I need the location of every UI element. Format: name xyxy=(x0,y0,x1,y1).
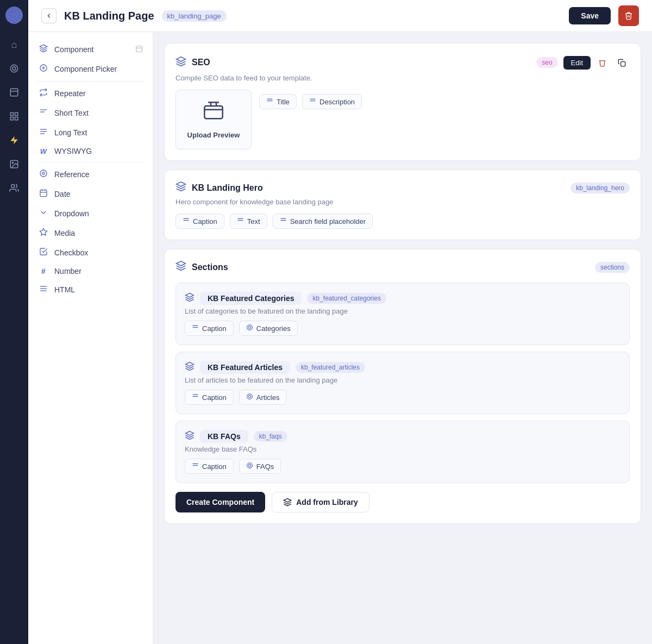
svg-point-52 xyxy=(247,325,252,330)
sidebar-item-component[interactable]: Component xyxy=(28,40,153,59)
body-area: Component Component Picker Repeater xyxy=(28,32,652,644)
image-icon[interactable] xyxy=(4,154,24,174)
field-search-label: Search field placeholder xyxy=(290,217,366,226)
sidebar-item-wysiwyg[interactable]: W WYSIWYG xyxy=(28,142,153,160)
upload-preview[interactable]: Upload Preview xyxy=(175,90,252,149)
grid-icon[interactable] xyxy=(4,107,24,126)
svg-point-23 xyxy=(40,170,47,177)
svg-rect-2 xyxy=(10,89,18,96)
seo-card-actions: Edit xyxy=(563,54,630,71)
svg-rect-25 xyxy=(40,190,47,197)
svg-rect-7 xyxy=(15,117,18,120)
sidebar-item-reference[interactable]: Reference xyxy=(28,165,153,184)
add-from-library-button[interactable]: Add from Library xyxy=(272,492,369,512)
library-button-label: Add from Library xyxy=(296,498,358,507)
kbfaqs-slug: kb_faqs xyxy=(254,431,287,442)
kbfa-field-articles[interactable]: Articles xyxy=(239,390,287,405)
bolt-icon[interactable] xyxy=(4,130,24,150)
kbfc-field-categories[interactable]: Categories xyxy=(239,321,298,336)
content-area: SEO seo Edit Compile SEO data to feed to… xyxy=(153,32,652,644)
top-bar: KB Landing Page kb_landing_page Save xyxy=(28,0,652,32)
users-icon[interactable] xyxy=(4,178,24,198)
svg-marker-47 xyxy=(177,261,186,266)
kbfc-fields: Caption Categories xyxy=(185,321,620,336)
field-search-icon xyxy=(280,217,287,226)
seo-fields: Title Description xyxy=(259,90,630,109)
hero-card-desc: Hero component for knowledge base landin… xyxy=(175,198,630,206)
kbfa-icon xyxy=(185,361,195,374)
hero-card-title: KB Landing Hero xyxy=(192,183,565,193)
kb-featured-categories-card: KB Featured Categories kb_featured_categ… xyxy=(175,283,630,345)
hero-field-search[interactable]: Search field placeholder xyxy=(273,214,373,229)
svg-point-24 xyxy=(42,172,45,174)
sidebar-item-label: Component xyxy=(54,45,93,54)
html-icon xyxy=(38,284,49,295)
sections-header: Sections sections xyxy=(175,260,630,274)
sidebar-item-media[interactable]: Media xyxy=(28,223,153,243)
main-content: KB Landing Page kb_landing_page Save Com… xyxy=(28,0,652,644)
back-button[interactable] xyxy=(41,8,57,23)
number-icon: # xyxy=(38,267,49,276)
field-description-icon xyxy=(309,97,316,106)
kbfaqs-field-caption[interactable]: Caption xyxy=(185,459,234,474)
svg-rect-5 xyxy=(15,112,18,115)
create-component-button[interactable]: Create Component xyxy=(175,492,265,512)
feed-icon[interactable] xyxy=(4,59,24,78)
sections-slug: sections xyxy=(595,262,630,273)
sidebar-item-html[interactable]: HTML xyxy=(28,280,153,299)
kbfc-desc: List of categories to be featured on the… xyxy=(185,307,620,315)
component-picker-icon xyxy=(38,64,49,74)
svg-point-56 xyxy=(248,395,250,397)
sidebar-item-label: Date xyxy=(54,190,71,198)
sidebar-item-dropdown[interactable]: Dropdown xyxy=(28,204,153,223)
kbfaqs-field-faqs[interactable]: FAQs xyxy=(239,459,281,474)
seo-card-desc: Compile SEO data to feed to your templat… xyxy=(175,74,630,82)
hero-card-slug: kb_landing_hero xyxy=(570,183,630,193)
app-logo[interactable] xyxy=(5,7,23,24)
svg-rect-13 xyxy=(136,46,142,52)
seo-card: SEO seo Edit Compile SEO data to feed to… xyxy=(164,43,641,161)
long-text-icon xyxy=(38,127,49,138)
hero-field-caption[interactable]: Caption xyxy=(175,214,224,229)
hero-card-header: KB Landing Hero kb_landing_hero xyxy=(175,181,630,195)
sidebar-item-number[interactable]: # Number xyxy=(28,262,153,280)
kbfc-field-caption[interactable]: Caption xyxy=(185,321,234,336)
seo-field-description[interactable]: Description xyxy=(302,94,362,109)
kbfa-articles-icon xyxy=(246,393,253,402)
svg-point-57 xyxy=(247,394,252,399)
sidebar-item-component-picker[interactable]: Component Picker xyxy=(28,59,153,79)
sidebar-item-long-text[interactable]: Long Text xyxy=(28,123,153,142)
seo-field-title[interactable]: Title xyxy=(259,94,297,109)
field-title-icon xyxy=(266,97,273,106)
sidebar-item-label: Short Text xyxy=(54,109,89,117)
kbfc-categories-label: Categories xyxy=(256,324,291,333)
kbfaqs-caption-label: Caption xyxy=(202,462,227,471)
kbfa-field-caption[interactable]: Caption xyxy=(185,390,234,405)
sidebar-item-repeater[interactable]: Repeater xyxy=(28,84,153,103)
repeater-icon xyxy=(38,88,49,99)
sidebar-item-date[interactable]: Date xyxy=(28,184,153,204)
sidebar-item-checkbox[interactable]: Checkbox xyxy=(28,243,153,262)
reference-icon xyxy=(38,169,49,180)
seo-card-slug: seo xyxy=(536,57,557,68)
sidebar-item-label: Repeater xyxy=(54,89,86,98)
media-icon xyxy=(38,228,49,239)
sections-icon xyxy=(175,260,186,274)
sidebar-item-label: Reference xyxy=(54,170,90,179)
kbfaqs-title: KB FAQs xyxy=(200,430,248,443)
sidebar-item-label: Checkbox xyxy=(54,248,88,257)
seo-edit-button[interactable]: Edit xyxy=(563,56,591,70)
svg-point-1 xyxy=(10,65,18,72)
sidebar-item-short-text[interactable]: Short Text xyxy=(28,103,153,123)
svg-rect-4 xyxy=(10,112,13,115)
hero-field-text[interactable]: Text xyxy=(230,214,267,229)
home-icon[interactable]: ⌂ xyxy=(4,35,24,54)
delete-button[interactable] xyxy=(618,5,639,26)
seo-delete-button[interactable] xyxy=(594,54,610,71)
sidebar-item-label: Component Picker xyxy=(54,65,117,73)
save-button[interactable]: Save xyxy=(569,7,611,24)
field-caption-label: Caption xyxy=(193,217,217,226)
seo-copy-button[interactable] xyxy=(613,54,630,71)
svg-marker-8 xyxy=(10,136,18,145)
pages-icon[interactable] xyxy=(4,83,24,102)
